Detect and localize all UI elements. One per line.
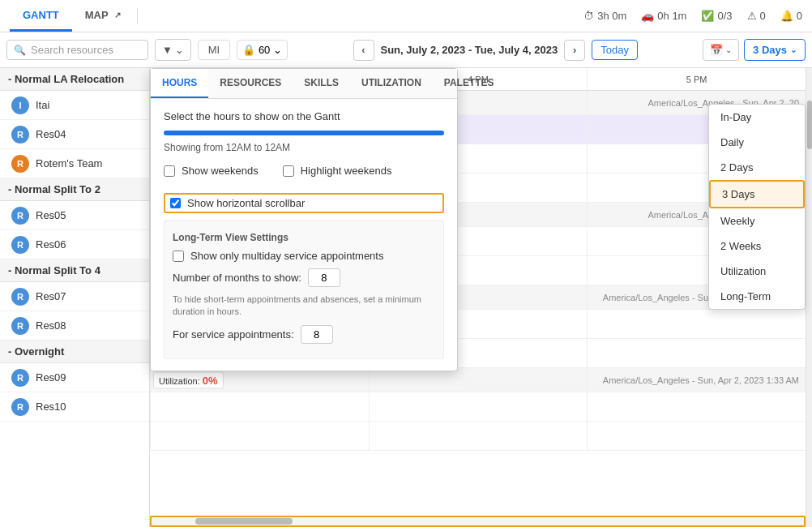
months-input-row: Number of months to show: <box>173 268 435 287</box>
show-weekends-checkbox[interactable] <box>164 165 175 177</box>
show-weekends-label: Show weekends <box>182 165 259 177</box>
days-view-button[interactable]: 3 Days ⌄ <box>744 39 806 61</box>
panel-tab-resources[interactable]: RESOURCES <box>208 69 293 98</box>
panel-section-title: Select the hours to show on the Gantt <box>164 110 444 122</box>
time-5pm: 5 PM <box>587 68 806 90</box>
group-overnight-label: - Overnight <box>8 345 64 358</box>
date-navigation: ‹ Sun, July 2, 2023 - Tue, July 4, 2023 … <box>294 40 696 61</box>
warning-icon: ⚠ <box>747 10 757 22</box>
resource-res07: R Res07 <box>0 282 149 311</box>
gantt-tab-label: GANTT <box>23 9 59 21</box>
group-split4-label: - Normal Split To 4 <box>8 264 100 276</box>
days-dropdown-chevron: ⌄ <box>790 45 797 54</box>
resource-name-res04: Res04 <box>36 128 66 140</box>
panel-tab-utilization[interactable]: UTILIZATION <box>350 69 433 98</box>
external-link-icon: ↗ <box>114 11 121 19</box>
next-button[interactable]: › <box>564 40 585 61</box>
resource-rotem: R Rotem's Team <box>0 149 149 178</box>
group-normal-la: - Normal LA Relocation <box>0 68 149 91</box>
today-button[interactable]: Today <box>592 40 638 60</box>
show-multiday-row[interactable]: Show only multiday service appointments <box>173 250 435 262</box>
dropdown-longterm[interactable]: Long-Term <box>709 284 805 309</box>
show-weekends-row[interactable]: Show weekends <box>164 165 259 177</box>
long-term-section: Long-Term View Settings Show only multid… <box>164 220 444 359</box>
show-multiday-checkbox[interactable] <box>173 251 184 262</box>
resource-res04: R Res04 <box>0 120 149 149</box>
lock-icon: 🔒 <box>242 44 255 56</box>
right-scrollbar[interactable] <box>806 68 812 527</box>
dropdown-2weeks[interactable]: 2 Weeks <box>709 234 805 259</box>
group-normal-split-2: - Normal Split To 2 <box>0 178 149 201</box>
months-input[interactable] <box>308 268 340 287</box>
avatar-itai: I <box>11 96 29 114</box>
slider-track <box>164 131 444 135</box>
avatar-res04: R <box>11 126 29 144</box>
lock-control[interactable]: 🔒 60 ⌄ <box>237 40 288 60</box>
resource-res06: R Res06 <box>0 230 149 259</box>
tab-map[interactable]: MAP ↗ <box>72 0 134 32</box>
dropdown-daily[interactable]: Daily <box>709 130 805 155</box>
right-scrollbar-thumb <box>807 101 812 149</box>
resource-name-rotem: Rotem's Team <box>36 157 102 169</box>
main-content: - Normal LA Relocation I Itai R Res04 R … <box>0 68 812 527</box>
resource-itai: I Itai <box>0 91 149 120</box>
divider <box>137 8 138 24</box>
panel-tab-skills[interactable]: SKILLS <box>293 69 350 98</box>
resource-name-res07: Res07 <box>36 290 66 302</box>
group-split2-label: - Normal Split To 2 <box>8 183 100 195</box>
months-label: Number of months to show: <box>173 272 301 284</box>
show-horizontal-scrollbar-row[interactable]: Show horizontal scrollbar <box>164 193 444 213</box>
calendar-icon: 📅 <box>710 44 723 56</box>
panel-tab-palettes[interactable]: PALETTES <box>433 69 506 98</box>
service-appt-label: For service appointments: <box>173 328 294 341</box>
prev-button[interactable]: ‹ <box>353 40 374 61</box>
avatar-res08: R <box>11 317 29 335</box>
group-overnight: - Overnight <box>0 341 149 363</box>
warning-stat: ⚠ 0 <box>747 10 766 22</box>
bell-value: 0 <box>797 10 802 22</box>
resource-name-itai: Itai <box>36 99 49 111</box>
calendar-view-button[interactable]: 📅 ⌄ <box>703 39 739 61</box>
tab-gantt[interactable]: GANTT <box>10 0 72 32</box>
resource-res10: R Res10 <box>0 392 149 422</box>
weekend-checkboxes: Show weekends Highlight weekends <box>164 165 444 183</box>
days-view-label: 3 Days <box>753 44 787 56</box>
dropdown-weekly[interactable]: Weekly <box>709 208 805 234</box>
search-box[interactable]: 🔍 Search resources <box>6 40 148 60</box>
search-icon: 🔍 <box>14 45 26 56</box>
avatar-res05: R <box>11 207 29 225</box>
view-controls: 📅 ⌄ 3 Days ⌄ <box>703 39 806 61</box>
resource-name-res06: Res06 <box>36 238 66 251</box>
avatar-res10: R <box>11 398 29 416</box>
service-appt-input[interactable] <box>301 325 333 344</box>
dropdown-utilization[interactable]: Utilization <box>709 259 805 284</box>
highlight-weekends-checkbox[interactable] <box>283 165 294 177</box>
resource-res08: R Res08 <box>0 311 149 341</box>
highlight-weekends-row[interactable]: Highlight weekends <box>283 165 392 177</box>
gantt-group-overnight: Utilization: 0% America/Los_Angeles - Su… <box>150 368 806 392</box>
show-multiday-label: Show only multiday service appointments <box>190 250 383 262</box>
filter-icon: ▼ <box>162 44 173 56</box>
status-icons: ⏱ 3h 0m 🚗 0h 1m ✅ 0/3 ⚠ 0 🔔 0 <box>583 10 802 22</box>
dropdown-2days[interactable]: 2 Days <box>709 155 805 180</box>
dropdown-inday[interactable]: In-Day <box>709 105 805 130</box>
show-horizontal-scrollbar-checkbox[interactable] <box>170 198 181 208</box>
car-value: 0h 1m <box>657 10 686 22</box>
group-normal-split-4: - Normal Split To 4 <box>0 259 149 282</box>
bottom-scrollbar[interactable] <box>150 516 806 527</box>
dropdown-3days[interactable]: 3 Days <box>709 180 805 208</box>
panel-tab-hours[interactable]: HOURS <box>151 69 208 98</box>
hours-slider[interactable] <box>164 131 444 135</box>
resource-name-res10: Res10 <box>36 401 66 413</box>
today-label: Today <box>600 44 629 56</box>
car-icon: 🚗 <box>641 10 654 22</box>
group-label: - Normal LA Relocation <box>8 73 124 85</box>
filter-button[interactable]: ▼ ⌄ <box>155 39 191 61</box>
clock-stat: ⏱ 3h 0m <box>583 10 626 22</box>
check-stat: ✅ 0/3 <box>701 10 732 22</box>
resource-res05: R Res05 <box>0 201 149 230</box>
resource-res09: R Res09 <box>0 363 149 392</box>
panel-body: Select the hours to show on the Gantt Sh… <box>151 99 457 371</box>
sixty-dropdown-icon: ⌄ <box>273 44 282 56</box>
clock-value: 3h 0m <box>597 10 626 22</box>
